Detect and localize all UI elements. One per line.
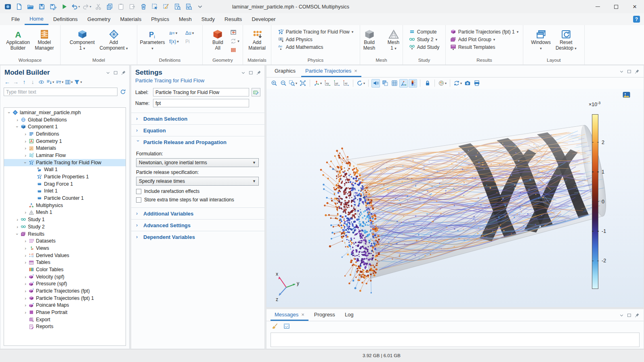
chevron-icon[interactable]: ›	[23, 303, 28, 308]
tree-item-particle-trajectories-fpt-1[interactable]: ›Particle Trajectories (fpt) 1	[4, 295, 126, 302]
float-panel-icon[interactable]	[627, 69, 632, 74]
chevron-icon[interactable]: ›	[7, 110, 12, 115]
checkbox-include-rarefaction-effects[interactable]: Include rarefaction effects	[136, 188, 259, 194]
pin-panel-icon[interactable]	[121, 70, 126, 75]
filter-button[interactable]: ▾	[74, 78, 82, 86]
snapshot-button[interactable]	[463, 79, 472, 88]
add-material-button[interactable]: AddMaterial	[245, 27, 269, 51]
log-window-button[interactable]	[282, 322, 291, 331]
tree-item-color-tables[interactable]: Color Tables	[4, 266, 126, 273]
rename-button[interactable]	[252, 88, 260, 96]
save-as-button[interactable]	[48, 2, 58, 12]
tree-item-velocity-spf-[interactable]: ›Velocity (spf)	[4, 273, 126, 280]
add-component-button[interactable]: AddComponent ▾	[98, 27, 130, 51]
tree-item-study-1[interactable]: ›Study 1	[4, 216, 126, 223]
tree-item-laminar-flow[interactable]: ›Laminar Flow	[4, 152, 126, 159]
tree-item-particle-properties-1[interactable]: Particle Properties 1	[4, 173, 126, 180]
panel-menu-icon[interactable]	[241, 70, 246, 75]
print-button[interactable]	[472, 79, 481, 88]
chevron-icon[interactable]: ›	[23, 260, 28, 265]
chevron-icon[interactable]: ›	[23, 310, 28, 315]
float-panel-icon[interactable]	[113, 70, 118, 75]
windows--button[interactable]: Windows▾	[529, 27, 553, 51]
add-plot-group-button[interactable]: Add Plot Group▾	[450, 36, 519, 42]
tree-item-mesh-1[interactable]: ›Mesh 1	[4, 209, 126, 216]
menu-mesh[interactable]: Mesh	[174, 13, 197, 25]
view-xz-button[interactable]: xz	[342, 79, 350, 88]
tree-item-poincar-maps[interactable]: ›Poincaré Maps	[4, 302, 126, 309]
minimize-button[interactable]	[588, 0, 607, 13]
paste-button[interactable]	[115, 2, 126, 12]
float-panel-icon[interactable]	[248, 70, 254, 75]
label-input[interactable]	[153, 88, 249, 96]
save-button[interactable]	[36, 2, 47, 12]
def-a-button[interactable]: a=▾	[168, 29, 184, 37]
chevron-icon[interactable]: ›	[23, 289, 28, 293]
chevron-icon[interactable]: ›	[23, 210, 28, 215]
preview-button[interactable]	[172, 2, 183, 12]
tree-item-views[interactable]: ›Views	[4, 245, 126, 252]
tree-item-phase-portrait[interactable]: ›Phase Portrait	[4, 309, 126, 316]
tree-item-particle-tracing-for-fluid-flow[interactable]: ›Particle Tracing for Fluid Flow	[4, 159, 126, 166]
tree-item-export[interactable]: Export	[4, 316, 126, 323]
chevron-icon[interactable]: ›	[23, 246, 28, 251]
chevron-icon[interactable]: ›	[15, 124, 20, 130]
particle-trajectories-fpt-1-button[interactable]: Particle Trajectories (fpt) 1▾	[450, 29, 519, 35]
show-button[interactable]	[38, 78, 45, 86]
show-axes-button[interactable]	[399, 79, 408, 88]
pin-panel-icon[interactable]	[634, 69, 640, 74]
close-button[interactable]: ×	[625, 0, 644, 13]
checkbox-box[interactable]	[136, 189, 141, 194]
view-xy-button[interactable]: xy	[323, 79, 331, 88]
particle-tracing-for-fluid-flow-button[interactable]: Particle Tracing for Fluid Flow▾	[278, 29, 354, 35]
chevron-icon[interactable]: ›	[23, 146, 28, 151]
tree-item-laminar-mixer-particle-mph[interactable]: ›laminar_mixer_particle.mph	[4, 109, 126, 116]
add-mathematics-button[interactable]: ΔuAdd Mathematics	[278, 44, 354, 50]
tree-item-tables[interactable]: ›Tables	[4, 259, 126, 266]
wireframe-grid-button[interactable]	[390, 79, 399, 88]
reset-desktop-button[interactable]: ResetDesktop ▾	[554, 27, 579, 51]
sync-button[interactable]: ▾	[453, 79, 462, 88]
tree-item-inlet-1[interactable]: Inlet 1	[4, 188, 126, 195]
messages-tab-progress[interactable]: Progress	[310, 309, 339, 321]
forward-button[interactable]: →	[12, 78, 19, 86]
add-physics-button[interactable]: Add Physics	[278, 36, 354, 42]
duplicate-button[interactable]	[127, 2, 137, 12]
pin-panel-icon[interactable]	[634, 313, 640, 318]
tree-item-component-1[interactable]: ›Component 1	[4, 123, 126, 130]
section-header[interactable]: ›Particle Release and Propagation	[131, 136, 264, 148]
filter-input[interactable]	[4, 88, 117, 96]
graphics-tab-particle-trajectories[interactable]: Particle Trajectories×	[301, 65, 361, 77]
panel-menu-icon[interactable]	[105, 70, 111, 75]
panel-menu-icon[interactable]	[619, 69, 624, 74]
checkbox-store-extra-time-steps-for-w[interactable]: Store extra time steps for wall interact…	[136, 197, 259, 203]
menu-results[interactable]: Results	[220, 13, 247, 25]
chevron-icon[interactable]: ›	[23, 281, 28, 286]
zoom-box-button[interactable]: ▾	[288, 79, 298, 88]
section-header[interactable]: ›Advanced Settings	[131, 220, 264, 231]
scene-light-button[interactable]	[371, 79, 380, 88]
move-down-button[interactable]: ↓	[29, 78, 36, 86]
refresh-icon[interactable]	[120, 89, 126, 95]
run-button[interactable]	[59, 2, 69, 12]
zoom-extents-button[interactable]	[298, 79, 307, 88]
graphics-tab-graphics[interactable]: Graphics	[271, 65, 300, 77]
menu-physics[interactable]: Physics	[146, 13, 174, 25]
menu-study[interactable]: Study	[197, 13, 220, 25]
open-button[interactable]	[25, 2, 36, 12]
tree-item-definitions[interactable]: ›Definitions	[4, 130, 126, 138]
section-header[interactable]: ›Dependent Variables	[131, 231, 264, 243]
zoom-out-button[interactable]	[279, 79, 287, 88]
help-button[interactable]: ?	[633, 16, 640, 23]
maximize-button[interactable]	[607, 0, 625, 13]
tree-item-particle-trajectories-fpt-[interactable]: ›Particle Trajectories (fpt)	[4, 287, 126, 295]
menu-developer[interactable]: Developer	[247, 13, 280, 25]
combobox-newtonian-ignore-inertia[interactable]: Newtonian, ignore inertial terms▼	[136, 158, 259, 167]
component-1-button[interactable]: Component1 ▾	[68, 27, 97, 51]
tree-item-wall-1[interactable]: DWall 1	[4, 166, 126, 174]
chevron-icon[interactable]: ›	[15, 224, 20, 229]
build-mesh-button[interactable]: BuildMesh	[358, 27, 381, 51]
def-fx-button[interactable]: f(x)▾	[168, 37, 184, 46]
application-builder-button[interactable]: AApplicationBuilder	[4, 27, 32, 51]
virtual-ops-button[interactable]	[230, 46, 239, 54]
